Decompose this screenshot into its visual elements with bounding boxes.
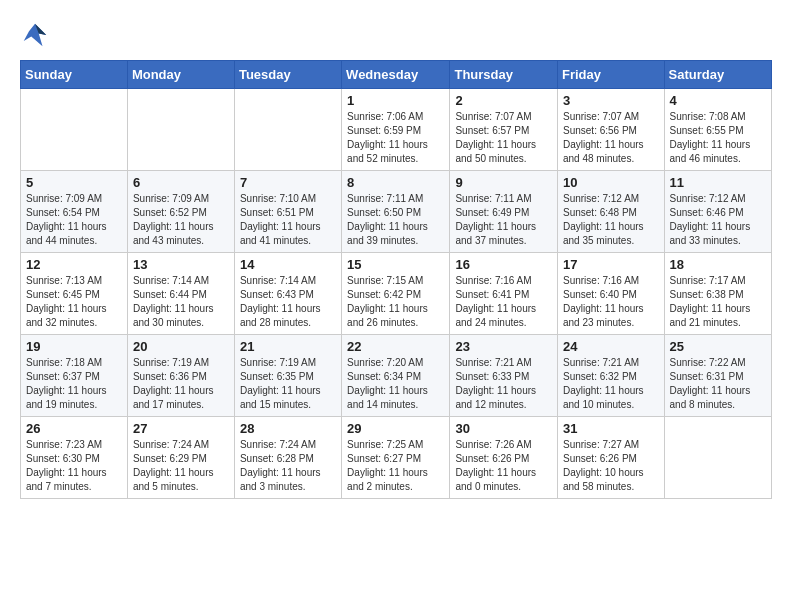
calendar-cell: 2Sunrise: 7:07 AMSunset: 6:57 PMDaylight… <box>450 89 558 171</box>
calendar-header-row: SundayMondayTuesdayWednesdayThursdayFrid… <box>21 61 772 89</box>
calendar-cell: 27Sunrise: 7:24 AMSunset: 6:29 PMDayligh… <box>127 417 234 499</box>
day-number: 13 <box>133 257 229 272</box>
calendar-cell: 25Sunrise: 7:22 AMSunset: 6:31 PMDayligh… <box>664 335 771 417</box>
day-info: Sunrise: 7:15 AMSunset: 6:42 PMDaylight:… <box>347 274 444 330</box>
calendar-cell: 12Sunrise: 7:13 AMSunset: 6:45 PMDayligh… <box>21 253 128 335</box>
day-number: 22 <box>347 339 444 354</box>
logo <box>20 20 54 50</box>
day-number: 6 <box>133 175 229 190</box>
day-number: 21 <box>240 339 336 354</box>
day-number: 2 <box>455 93 552 108</box>
day-info: Sunrise: 7:24 AMSunset: 6:28 PMDaylight:… <box>240 438 336 494</box>
day-number: 10 <box>563 175 659 190</box>
day-number: 25 <box>670 339 766 354</box>
day-number: 17 <box>563 257 659 272</box>
calendar-cell: 19Sunrise: 7:18 AMSunset: 6:37 PMDayligh… <box>21 335 128 417</box>
calendar-cell: 26Sunrise: 7:23 AMSunset: 6:30 PMDayligh… <box>21 417 128 499</box>
calendar-week-1: 1Sunrise: 7:06 AMSunset: 6:59 PMDaylight… <box>21 89 772 171</box>
weekday-header-saturday: Saturday <box>664 61 771 89</box>
calendar-week-4: 19Sunrise: 7:18 AMSunset: 6:37 PMDayligh… <box>21 335 772 417</box>
calendar-cell: 23Sunrise: 7:21 AMSunset: 6:33 PMDayligh… <box>450 335 558 417</box>
day-info: Sunrise: 7:25 AMSunset: 6:27 PMDaylight:… <box>347 438 444 494</box>
day-number: 1 <box>347 93 444 108</box>
weekday-header-friday: Friday <box>558 61 665 89</box>
weekday-header-monday: Monday <box>127 61 234 89</box>
day-info: Sunrise: 7:24 AMSunset: 6:29 PMDaylight:… <box>133 438 229 494</box>
day-info: Sunrise: 7:12 AMSunset: 6:48 PMDaylight:… <box>563 192 659 248</box>
day-number: 12 <box>26 257 122 272</box>
calendar-cell: 11Sunrise: 7:12 AMSunset: 6:46 PMDayligh… <box>664 171 771 253</box>
day-number: 18 <box>670 257 766 272</box>
day-number: 31 <box>563 421 659 436</box>
calendar-cell: 15Sunrise: 7:15 AMSunset: 6:42 PMDayligh… <box>342 253 450 335</box>
day-info: Sunrise: 7:07 AMSunset: 6:56 PMDaylight:… <box>563 110 659 166</box>
calendar-cell: 24Sunrise: 7:21 AMSunset: 6:32 PMDayligh… <box>558 335 665 417</box>
day-info: Sunrise: 7:17 AMSunset: 6:38 PMDaylight:… <box>670 274 766 330</box>
calendar-cell: 30Sunrise: 7:26 AMSunset: 6:26 PMDayligh… <box>450 417 558 499</box>
calendar-week-3: 12Sunrise: 7:13 AMSunset: 6:45 PMDayligh… <box>21 253 772 335</box>
weekday-header-sunday: Sunday <box>21 61 128 89</box>
calendar-cell <box>664 417 771 499</box>
day-number: 27 <box>133 421 229 436</box>
calendar-cell: 5Sunrise: 7:09 AMSunset: 6:54 PMDaylight… <box>21 171 128 253</box>
day-info: Sunrise: 7:21 AMSunset: 6:33 PMDaylight:… <box>455 356 552 412</box>
calendar-cell: 10Sunrise: 7:12 AMSunset: 6:48 PMDayligh… <box>558 171 665 253</box>
day-number: 26 <box>26 421 122 436</box>
calendar-cell: 14Sunrise: 7:14 AMSunset: 6:43 PMDayligh… <box>234 253 341 335</box>
calendar-week-2: 5Sunrise: 7:09 AMSunset: 6:54 PMDaylight… <box>21 171 772 253</box>
day-number: 15 <box>347 257 444 272</box>
day-info: Sunrise: 7:10 AMSunset: 6:51 PMDaylight:… <box>240 192 336 248</box>
weekday-header-wednesday: Wednesday <box>342 61 450 89</box>
day-number: 14 <box>240 257 336 272</box>
calendar-cell: 9Sunrise: 7:11 AMSunset: 6:49 PMDaylight… <box>450 171 558 253</box>
day-number: 4 <box>670 93 766 108</box>
day-info: Sunrise: 7:08 AMSunset: 6:55 PMDaylight:… <box>670 110 766 166</box>
day-info: Sunrise: 7:14 AMSunset: 6:43 PMDaylight:… <box>240 274 336 330</box>
calendar-cell <box>234 89 341 171</box>
day-number: 29 <box>347 421 444 436</box>
day-info: Sunrise: 7:11 AMSunset: 6:49 PMDaylight:… <box>455 192 552 248</box>
calendar-cell: 29Sunrise: 7:25 AMSunset: 6:27 PMDayligh… <box>342 417 450 499</box>
calendar-cell <box>21 89 128 171</box>
day-number: 8 <box>347 175 444 190</box>
day-number: 28 <box>240 421 336 436</box>
day-info: Sunrise: 7:13 AMSunset: 6:45 PMDaylight:… <box>26 274 122 330</box>
calendar-cell: 6Sunrise: 7:09 AMSunset: 6:52 PMDaylight… <box>127 171 234 253</box>
calendar-cell: 13Sunrise: 7:14 AMSunset: 6:44 PMDayligh… <box>127 253 234 335</box>
weekday-header-tuesday: Tuesday <box>234 61 341 89</box>
day-info: Sunrise: 7:09 AMSunset: 6:54 PMDaylight:… <box>26 192 122 248</box>
day-info: Sunrise: 7:14 AMSunset: 6:44 PMDaylight:… <box>133 274 229 330</box>
day-info: Sunrise: 7:06 AMSunset: 6:59 PMDaylight:… <box>347 110 444 166</box>
day-number: 3 <box>563 93 659 108</box>
calendar-cell: 31Sunrise: 7:27 AMSunset: 6:26 PMDayligh… <box>558 417 665 499</box>
calendar-cell: 8Sunrise: 7:11 AMSunset: 6:50 PMDaylight… <box>342 171 450 253</box>
day-number: 19 <box>26 339 122 354</box>
day-number: 11 <box>670 175 766 190</box>
day-number: 23 <box>455 339 552 354</box>
day-number: 16 <box>455 257 552 272</box>
day-number: 30 <box>455 421 552 436</box>
calendar-cell: 17Sunrise: 7:16 AMSunset: 6:40 PMDayligh… <box>558 253 665 335</box>
day-info: Sunrise: 7:21 AMSunset: 6:32 PMDaylight:… <box>563 356 659 412</box>
day-info: Sunrise: 7:07 AMSunset: 6:57 PMDaylight:… <box>455 110 552 166</box>
calendar-cell: 21Sunrise: 7:19 AMSunset: 6:35 PMDayligh… <box>234 335 341 417</box>
calendar-cell: 20Sunrise: 7:19 AMSunset: 6:36 PMDayligh… <box>127 335 234 417</box>
day-info: Sunrise: 7:19 AMSunset: 6:36 PMDaylight:… <box>133 356 229 412</box>
calendar-table: SundayMondayTuesdayWednesdayThursdayFrid… <box>20 60 772 499</box>
day-info: Sunrise: 7:09 AMSunset: 6:52 PMDaylight:… <box>133 192 229 248</box>
calendar-cell: 18Sunrise: 7:17 AMSunset: 6:38 PMDayligh… <box>664 253 771 335</box>
day-number: 24 <box>563 339 659 354</box>
day-info: Sunrise: 7:27 AMSunset: 6:26 PMDaylight:… <box>563 438 659 494</box>
calendar-cell: 22Sunrise: 7:20 AMSunset: 6:34 PMDayligh… <box>342 335 450 417</box>
calendar-cell: 3Sunrise: 7:07 AMSunset: 6:56 PMDaylight… <box>558 89 665 171</box>
day-info: Sunrise: 7:23 AMSunset: 6:30 PMDaylight:… <box>26 438 122 494</box>
day-info: Sunrise: 7:16 AMSunset: 6:40 PMDaylight:… <box>563 274 659 330</box>
calendar-cell: 7Sunrise: 7:10 AMSunset: 6:51 PMDaylight… <box>234 171 341 253</box>
calendar-week-5: 26Sunrise: 7:23 AMSunset: 6:30 PMDayligh… <box>21 417 772 499</box>
calendar-cell <box>127 89 234 171</box>
calendar-cell: 4Sunrise: 7:08 AMSunset: 6:55 PMDaylight… <box>664 89 771 171</box>
day-number: 20 <box>133 339 229 354</box>
day-info: Sunrise: 7:19 AMSunset: 6:35 PMDaylight:… <box>240 356 336 412</box>
day-info: Sunrise: 7:16 AMSunset: 6:41 PMDaylight:… <box>455 274 552 330</box>
svg-marker-0 <box>24 24 47 47</box>
